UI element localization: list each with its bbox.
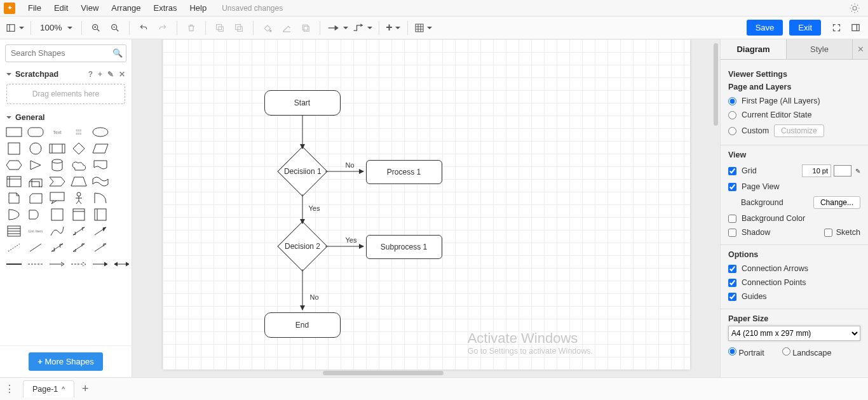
shape-triangle[interactable] xyxy=(27,159,44,171)
shape-blank2[interactable] xyxy=(113,142,131,155)
shape-rect[interactable] xyxy=(5,126,23,138)
paper-size-select[interactable]: A4 (210 mm x 297 mm) xyxy=(728,326,860,341)
horizontal-scrollbar[interactable] xyxy=(323,371,444,375)
shape-circle[interactable] xyxy=(27,142,44,155)
pages-menu-icon[interactable]: ⋮ xyxy=(0,383,19,395)
shape-actor[interactable] xyxy=(70,192,88,204)
shape-rounded[interactable] xyxy=(27,126,44,138)
shape-biarr2[interactable] xyxy=(48,241,66,254)
shape-text[interactable]: Text xyxy=(48,126,66,138)
shape-internal[interactable] xyxy=(5,175,23,188)
shape-dashline[interactable] xyxy=(5,241,23,254)
vertical-scrollbar[interactable] xyxy=(714,43,718,126)
checkbox-shadow[interactable] xyxy=(728,229,736,237)
line-color-icon[interactable] xyxy=(279,20,294,36)
checkbox-sketch[interactable] xyxy=(824,229,832,237)
shape-listitem[interactable]: List Item xyxy=(27,225,44,237)
shape-biarrow[interactable] xyxy=(70,225,88,237)
search-icon[interactable]: 🔍 xyxy=(112,48,123,58)
zoom-out-icon[interactable] xyxy=(107,20,123,36)
save-button[interactable]: Save xyxy=(747,20,783,36)
shape-diamond[interactable] xyxy=(70,142,88,155)
menu-edit[interactable]: Edit xyxy=(48,1,74,15)
exit-button[interactable]: Exit xyxy=(789,20,821,36)
shape-blank8[interactable] xyxy=(113,241,131,254)
shape-hexagon[interactable] xyxy=(5,159,23,171)
shape-line[interactable] xyxy=(27,241,44,254)
shape-curve2[interactable] xyxy=(48,225,66,237)
zoom-in-icon[interactable] xyxy=(88,20,104,36)
menu-arrange[interactable]: Arrange xyxy=(105,1,147,15)
to-back-icon[interactable] xyxy=(231,20,247,36)
connection-style-icon[interactable] xyxy=(327,20,348,36)
shape-card[interactable] xyxy=(27,192,44,204)
shape-tape[interactable] xyxy=(92,175,109,188)
shape-or[interactable] xyxy=(5,208,23,221)
checkbox-pageview[interactable] xyxy=(728,183,736,191)
radio-editor-state[interactable] xyxy=(728,111,736,119)
add-icon[interactable]: + xyxy=(98,70,102,79)
undo-icon[interactable] xyxy=(136,20,151,36)
shape-process[interactable] xyxy=(48,142,66,155)
node-start[interactable]: Start xyxy=(264,90,341,116)
shape-thin-arr[interactable] xyxy=(92,241,109,254)
grid-size-input[interactable] xyxy=(802,164,831,177)
shape-blank4[interactable] xyxy=(113,175,131,188)
checkbox-conn-points[interactable] xyxy=(728,279,736,287)
shape-thin-biarr[interactable] xyxy=(70,241,88,254)
shape-blank3[interactable] xyxy=(113,159,131,171)
waypoint-style-icon[interactable] xyxy=(352,20,372,36)
radio-first-page[interactable] xyxy=(728,97,736,105)
shape-note[interactable] xyxy=(5,192,23,204)
checkbox-bgcolor[interactable] xyxy=(728,215,736,223)
menu-view[interactable]: View xyxy=(74,1,105,15)
shape-callout[interactable] xyxy=(48,192,66,204)
checkbox-grid[interactable] xyxy=(728,167,736,175)
grid-color-swatch[interactable] xyxy=(834,165,851,177)
node-decision-1[interactable]: Decisiion 1 xyxy=(277,146,327,196)
format-panel-toggle-icon[interactable] xyxy=(848,20,863,36)
shape-dashlink[interactable] xyxy=(27,258,44,270)
chevron-down-icon[interactable] xyxy=(6,116,11,121)
shape-vcontainer[interactable] xyxy=(92,208,109,221)
menu-help[interactable]: Help xyxy=(183,1,213,15)
canvas[interactable]: Start Decisiion 1 Process 1 Decision 2 S… xyxy=(132,39,721,377)
shape-link[interactable] xyxy=(5,258,23,270)
shape-ellipse[interactable] xyxy=(92,126,109,138)
more-shapes-button[interactable]: + More Shapes xyxy=(29,352,103,371)
node-end[interactable]: End xyxy=(264,312,341,338)
page-tab-1[interactable]: Page-1^ xyxy=(23,380,74,397)
search-input[interactable] xyxy=(5,44,126,62)
node-process-1[interactable]: Process 1 xyxy=(366,160,442,184)
change-bg-button[interactable]: Change... xyxy=(813,196,860,209)
radio-portrait[interactable] xyxy=(728,347,736,356)
radio-landscape[interactable] xyxy=(782,347,790,356)
fill-icon[interactable] xyxy=(260,20,275,36)
delete-icon[interactable] xyxy=(184,20,199,36)
scratchpad-dropzone[interactable]: Drag elements here xyxy=(6,84,125,104)
to-front-icon[interactable] xyxy=(212,20,227,36)
node-subprocess-1[interactable]: Subprocess 1 xyxy=(366,235,442,259)
add-page-icon[interactable]: + xyxy=(82,382,89,396)
shape-document[interactable] xyxy=(92,159,109,171)
redo-icon[interactable] xyxy=(155,20,170,36)
drawing-page[interactable]: Start Decisiion 1 Process 1 Decision 2 S… xyxy=(163,39,690,370)
checkbox-conn-arrows[interactable] xyxy=(728,265,736,273)
shape-cube[interactable] xyxy=(27,175,44,188)
shape-arrlink3[interactable] xyxy=(92,258,109,270)
shape-blank5[interactable] xyxy=(113,192,131,204)
edit-icon[interactable]: ✎ xyxy=(107,70,114,79)
chevron-up-icon[interactable]: ^ xyxy=(62,386,65,393)
view-dropdown[interactable] xyxy=(5,20,24,36)
tab-style[interactable]: Style xyxy=(787,39,853,59)
close-panel-icon[interactable]: ✕ xyxy=(853,39,868,59)
shape-square[interactable] xyxy=(5,142,23,155)
insert-icon[interactable]: + xyxy=(386,20,401,36)
theme-icon[interactable] xyxy=(849,3,860,14)
shape-container[interactable] xyxy=(48,208,66,221)
table-icon[interactable] xyxy=(414,20,432,36)
shape-blank7[interactable] xyxy=(113,225,131,237)
fullscreen-icon[interactable] xyxy=(829,20,844,36)
shape-blank[interactable] xyxy=(113,126,131,138)
menu-extras[interactable]: Extras xyxy=(147,1,184,15)
